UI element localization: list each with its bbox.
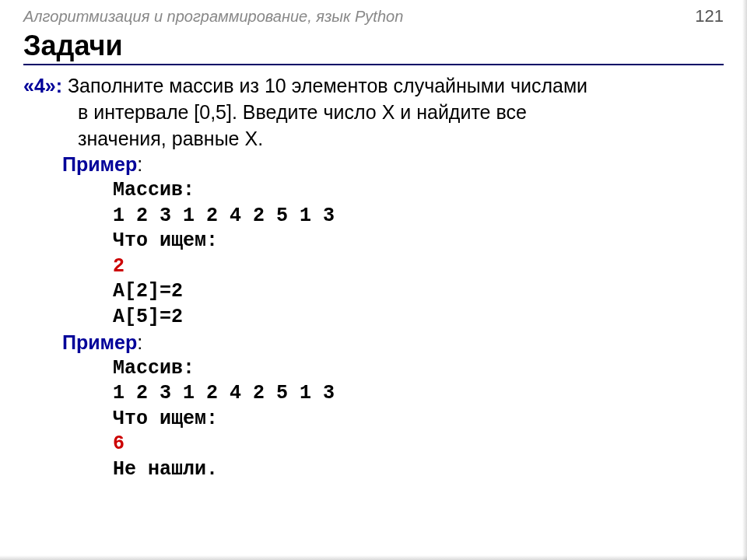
code-line: Не нашли. <box>113 457 724 483</box>
shadow-decoration <box>0 555 747 560</box>
subject-label: Алгоритмизация и программирование, язык … <box>23 8 403 26</box>
task-number: «4»: <box>23 75 62 96</box>
example1-block: Пример: Массив: 1 2 3 1 2 4 2 5 1 3 Что … <box>23 152 724 330</box>
code-line: 2 <box>113 254 724 280</box>
code-line: 1 2 3 1 2 4 2 5 1 3 <box>113 204 724 229</box>
code-line: Массив: <box>113 356 724 382</box>
code-line: 1 2 3 1 2 4 2 5 1 3 <box>113 381 724 407</box>
code-line: Что ищем: <box>113 229 724 254</box>
shadow-decoration <box>742 0 747 560</box>
example2-code: Массив: 1 2 3 1 2 4 2 5 1 3 Что ищем: 6 … <box>113 356 724 483</box>
task-text-line2: в интервале [0,5]. Введите число X и най… <box>78 100 724 126</box>
example2-colon: : <box>137 331 142 353</box>
example1-code: Массив: 1 2 3 1 2 4 2 5 1 3 Что ищем: 2 … <box>113 178 724 330</box>
example2-block: Пример: Массив: 1 2 3 1 2 4 2 5 1 3 Что … <box>23 330 724 482</box>
example1-label: Пример <box>62 153 137 175</box>
code-line: A[5]=2 <box>113 305 724 331</box>
task-text-line1: Заполните массив из 10 элементов случайн… <box>68 75 587 96</box>
page-number: 121 <box>695 6 724 26</box>
code-line: Что ищем: <box>113 407 724 432</box>
example1-colon: : <box>137 153 142 175</box>
title-section: Задачи <box>23 30 724 65</box>
example2-label: Пример <box>62 331 137 353</box>
page-title: Задачи <box>23 30 724 62</box>
slide-header: Алгоритмизация и программирование, язык … <box>0 0 747 30</box>
code-line: 6 <box>113 432 724 457</box>
content-area: «4»: Заполните массив из 10 элементов сл… <box>0 65 747 482</box>
task-statement: «4»: Заполните массив из 10 элементов сл… <box>23 73 724 100</box>
task-text-line3: значения, равные X. <box>78 126 724 152</box>
code-line: Массив: <box>113 178 724 204</box>
code-line: A[2]=2 <box>113 279 724 305</box>
